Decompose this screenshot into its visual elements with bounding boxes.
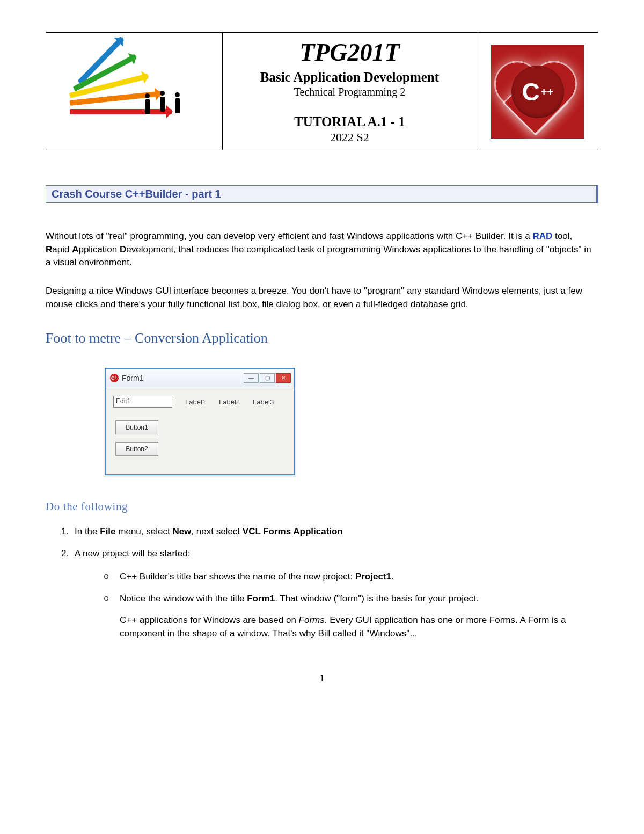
course-title: Basic Application Development <box>228 70 471 85</box>
substeps: C++ Builder's title bar shows the name o… <box>104 570 598 641</box>
form-app-icon: C+ <box>110 374 119 382</box>
intro-p2: Designing a nice Windows GUI interface b… <box>46 285 598 311</box>
button1[interactable]: Button1 <box>115 420 158 434</box>
header-title-cell: TPG201T Basic Application Development Te… <box>223 33 477 150</box>
arrows-graphic <box>70 51 199 132</box>
edit1-input[interactable]: Edit1 <box>113 396 172 408</box>
course-subtitle: Technical Programming 2 <box>228 86 471 98</box>
form-title: Form1 <box>122 374 143 382</box>
steps-list: In the File menu, select New, next selec… <box>71 524 598 640</box>
course-code: TPG201T <box>228 38 471 67</box>
label2: Label2 <box>219 398 240 406</box>
cpp-heart-logo: C ++ <box>491 45 584 139</box>
label3: Label3 <box>253 398 274 406</box>
logo-plus: ++ <box>541 88 553 96</box>
tutorial-label: TUTORIAL A.1 - 1 <box>228 114 471 129</box>
substep-2: Notice the window with the title Form1. … <box>104 592 598 641</box>
section-title: Foot to metre – Conversion Application <box>46 330 598 346</box>
form-window-mock: C+ Form1 — ▢ ✕ Edit1 Label1 Label2 Label… <box>105 368 295 475</box>
section-banner: Crash Course C++Builder - part 1 <box>46 185 598 203</box>
form-titlebar: C+ Form1 — ▢ ✕ <box>106 369 294 387</box>
header-logo-cell: C ++ <box>477 33 598 150</box>
document-header: TPG201T Basic Application Development Te… <box>46 32 598 150</box>
page-number: 1 <box>46 673 598 684</box>
substep-1: C++ Builder's title bar shows the name o… <box>104 570 598 584</box>
intro-text: Without lots of "real" programming, you … <box>46 230 598 311</box>
step-2: A new project will be started: C++ Build… <box>71 546 598 640</box>
intro-p1b: tool, <box>552 231 572 241</box>
do-following-heading: Do the following <box>46 500 598 513</box>
logo-c-letter: C <box>522 77 540 106</box>
header-graphic-cell <box>46 33 223 150</box>
close-button[interactable]: ✕ <box>276 373 291 383</box>
label1: Label1 <box>185 398 206 406</box>
step-1: In the File menu, select New, next selec… <box>71 524 598 539</box>
intro-p1a: Without lots of "real" programming, you … <box>46 231 533 241</box>
rad-keyword: RAD <box>533 231 553 241</box>
button2[interactable]: Button2 <box>115 442 158 456</box>
minimize-button[interactable]: — <box>244 373 259 383</box>
term-label: 2022 S2 <box>228 130 471 144</box>
maximize-button[interactable]: ▢ <box>260 373 275 383</box>
